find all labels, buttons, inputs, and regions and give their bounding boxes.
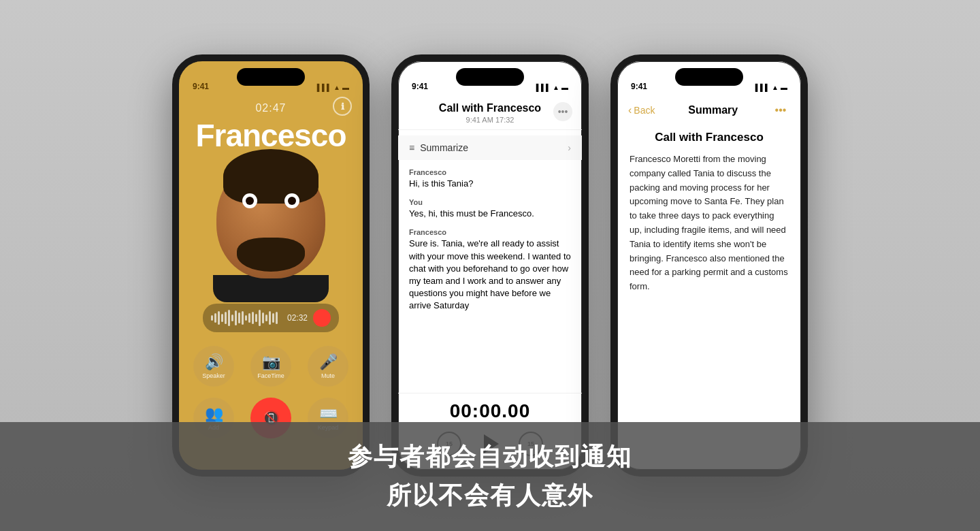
speaker-button[interactable]: 🔊 Speaker — [193, 346, 234, 387]
mute-label: Mute — [321, 372, 335, 379]
memoji-shirt — [213, 275, 329, 302]
summary-text: Francesco Moretti from the moving compan… — [630, 152, 789, 294]
facetime-icon: 📷 — [262, 353, 280, 371]
transcript-title: Call with Francesco — [412, 102, 568, 114]
summarize-chevron-icon: › — [568, 142, 571, 153]
summary-body: Call with Francesco Francesco Moretti fr… — [617, 125, 801, 470]
memoji — [203, 159, 339, 295]
bottom-overlay: 参与者都会自动收到通知 所以不会有人意外 — [0, 422, 980, 531]
back-button[interactable]: ‹ Back — [628, 104, 655, 116]
wifi-icon-2: ▲ — [553, 84, 559, 91]
sender-2: You — [409, 198, 571, 206]
message-1: Francesco Hi, is this Tania? — [409, 168, 571, 190]
back-chevron-icon: ‹ — [628, 104, 632, 116]
add-icon: 👥 — [205, 405, 223, 423]
call-control-buttons: 🔊 Speaker 📷 FaceTime 🎤 Mute — [193, 346, 348, 387]
status-icons-2: ▌▌▌ ▲ ▬ — [536, 84, 568, 91]
message-text-3: Sure is. Tania, we're all ready to assis… — [409, 238, 571, 312]
signal-icon: ▌▌▌ — [317, 84, 331, 91]
call-timer: 02:47 — [255, 102, 286, 114]
transcript-subtitle: 9:41 AM 17:32 — [412, 116, 568, 124]
summary-nav: ‹ Back Summary ••• — [617, 94, 801, 125]
facetime-label: FaceTime — [257, 372, 284, 379]
transcript-header: Call with Francesco 9:41 AM 17:32 ••• — [398, 94, 582, 130]
dynamic-island-2 — [456, 68, 524, 86]
dynamic-island-3 — [675, 68, 743, 86]
summary-nav-title: Summary — [688, 104, 738, 116]
info-button[interactable]: ℹ — [333, 97, 352, 116]
memoji-eye-right — [284, 193, 299, 208]
signal-icon-3: ▌▌▌ — [755, 84, 770, 91]
summarize-left: ≡ Summarize — [409, 142, 468, 153]
transcript-content: Call with Francesco 9:41 AM 17:32 ••• ≡ … — [398, 94, 582, 470]
summary-call-title: Call with Francesco — [630, 131, 789, 144]
status-icons-3: ▌▌▌ ▲ ▬ — [755, 84, 787, 91]
message-text-2: Yes, hi, this must be Francesco. — [409, 208, 571, 220]
caller-name: Francesco — [195, 117, 346, 154]
phone-transcript: 9:41 ▌▌▌ ▲ ▬ Call with Francesco 9:41 AM… — [391, 54, 589, 477]
status-icons-1: ▌▌▌ ▲ ▬ — [317, 84, 349, 91]
summary-more-button[interactable]: ••• — [771, 101, 790, 120]
sender-1: Francesco — [409, 168, 571, 176]
mute-button[interactable]: 🎤 Mute — [308, 346, 348, 387]
waveform-time: 02:32 — [287, 313, 308, 323]
more-options-button[interactable]: ••• — [553, 102, 572, 121]
battery-icon-3: ▬ — [781, 84, 787, 91]
speaker-icon: 🔊 — [205, 353, 223, 371]
message-text-1: Hi, is this Tania? — [409, 178, 571, 190]
memoji-beard — [237, 238, 305, 272]
message-2: You Yes, hi, this must be Francesco. — [409, 198, 571, 220]
call-content: ℹ 02:47 Francesco — [179, 61, 363, 470]
phone-active-call: 9:41 ▌▌▌ ▲ ▬ ℹ 02:47 Francesco — [172, 54, 370, 477]
wifi-icon: ▲ — [333, 84, 340, 91]
summary-more-icon: ••• — [775, 104, 787, 116]
overlay-line-1: 参与者都会自动收到通知 — [348, 440, 632, 474]
mute-icon: 🎤 — [319, 353, 338, 371]
record-button[interactable] — [313, 309, 331, 327]
battery-icon: ▬ — [342, 84, 349, 91]
memoji-head — [216, 159, 325, 278]
message-3: Francesco Sure is. Tania, we're all read… — [409, 228, 571, 312]
signal-icon-2: ▌▌▌ — [536, 84, 551, 91]
transcript-messages: Francesco Hi, is this Tania? You Yes, hi… — [398, 160, 582, 393]
waveform-visual — [211, 310, 282, 326]
facetime-button[interactable]: 📷 FaceTime — [250, 346, 291, 387]
playback-timer: 00:00.00 — [450, 400, 531, 422]
waveform-bar: 02:32 — [203, 304, 339, 332]
back-label: Back — [634, 105, 655, 116]
summarize-icon: ≡ — [409, 142, 414, 153]
overlay-line-2: 所以不会有人意外 — [387, 479, 593, 513]
wifi-icon-3: ▲ — [772, 84, 779, 91]
status-time-2: 9:41 — [412, 82, 428, 91]
dynamic-island — [237, 68, 305, 86]
summary-content: ‹ Back Summary ••• Call with Francesco F… — [617, 94, 801, 470]
status-time-1: 9:41 — [193, 82, 209, 91]
keypad-icon: ⌨️ — [319, 405, 338, 423]
battery-icon-2: ▬ — [561, 84, 568, 91]
summarize-text: Summarize — [420, 142, 468, 153]
phone-summary: 9:41 ▌▌▌ ▲ ▬ ‹ Back Summary ••• Call wit… — [610, 54, 808, 477]
sender-3: Francesco — [409, 228, 571, 236]
memoji-eye-left — [242, 193, 257, 208]
memoji-face — [230, 180, 312, 278]
status-time-3: 9:41 — [631, 82, 647, 91]
summarize-row[interactable]: ≡ Summarize › — [398, 135, 582, 160]
speaker-label: Speaker — [202, 372, 225, 379]
